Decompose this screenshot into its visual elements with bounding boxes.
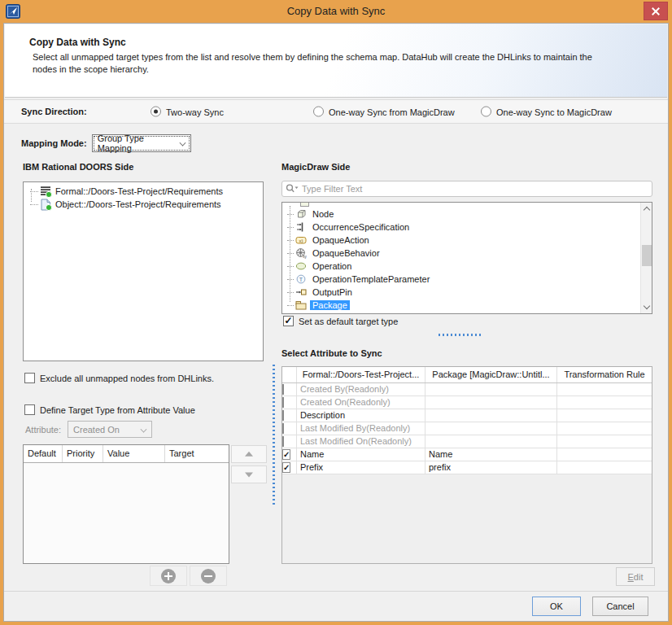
svg-text:T: T bbox=[299, 277, 303, 282]
dialog-description: Select all unmapped target types from th… bbox=[33, 51, 592, 76]
checkbox-label: Set as default target type bbox=[299, 317, 398, 326]
tree-item-node[interactable]: Node bbox=[286, 208, 639, 221]
checkbox-label: Exclude all unmapped nodes from DHLinks. bbox=[40, 374, 214, 383]
column-header[interactable]: Package [MagicDraw::Untitl... bbox=[425, 367, 557, 382]
scroll-up-icon[interactable] bbox=[644, 206, 650, 212]
dialog-heading: Copy Data with Sync bbox=[29, 37, 126, 48]
tree-connector bbox=[287, 305, 294, 306]
radio-icon bbox=[313, 107, 324, 117]
value-table[interactable]: Default Priority Value Target bbox=[23, 444, 229, 564]
attribute-label: Attribute: bbox=[25, 425, 61, 435]
attribute-value: Created On bbox=[73, 425, 120, 435]
transformation-rule bbox=[557, 409, 652, 422]
transformation-rule bbox=[557, 435, 652, 448]
attribute-source: Last Modified By(Readonly) bbox=[297, 422, 425, 435]
radio-two-way-sync[interactable]: Two-way Sync bbox=[151, 107, 224, 117]
row-checkbox[interactable] bbox=[282, 410, 284, 421]
close-icon[interactable] bbox=[644, 2, 668, 20]
tree-item-opaque-action[interactable]: x) OpaqueAction bbox=[286, 234, 639, 247]
column-header[interactable]: Priority bbox=[63, 445, 103, 462]
titlebar[interactable]: Copy Data with Sync bbox=[0, 0, 672, 23]
radio-one-way-to-magicdraw[interactable]: One-way Sync to MagicDraw bbox=[481, 107, 612, 117]
tree-item-object[interactable]: Object::/Doors-Test-Project/Requirements bbox=[27, 198, 263, 211]
row-checkbox[interactable] bbox=[282, 436, 284, 447]
attribute-sync-table[interactable]: Formal::/Doors-Test-Project... Package [… bbox=[281, 366, 652, 564]
value-table-header: Default Priority Value Target bbox=[24, 445, 229, 463]
scroll-down-icon[interactable] bbox=[644, 304, 650, 310]
vertical-splitter-handle[interactable] bbox=[273, 365, 275, 505]
filter-input[interactable]: Type Filter Text bbox=[281, 181, 652, 197]
scrollbar-thumb[interactable] bbox=[642, 245, 652, 266]
horizontal-splitter-handle[interactable] bbox=[439, 334, 481, 336]
mapping-mode-select[interactable]: Group Type Mapping bbox=[92, 134, 191, 152]
tree-item-formal-module[interactable]: Formal::/Doors-Test-Project/Requirements bbox=[27, 185, 263, 198]
opaque-behavior-icon: xy bbox=[295, 247, 307, 259]
tree-item-label: OpaqueBehavior bbox=[310, 248, 382, 258]
define-target-type-checkbox[interactable]: Define Target Type from Attribute Value bbox=[24, 404, 195, 415]
radio-one-way-from-magicdraw[interactable]: One-way Sync from MagicDraw bbox=[313, 107, 455, 117]
scrollbar[interactable] bbox=[640, 203, 652, 313]
doors-tree[interactable]: Formal::/Doors-Test-Project/Requirements… bbox=[23, 181, 264, 361]
attribute-source: Name bbox=[297, 448, 425, 461]
tree-item-operation-template-parameter[interactable]: T OperationTemplateParameter bbox=[286, 273, 639, 286]
radio-selected-icon bbox=[151, 107, 161, 117]
mapping-mode-label: Mapping Mode: bbox=[21, 138, 87, 148]
move-up-button[interactable] bbox=[231, 445, 267, 463]
row-checkbox[interactable] bbox=[282, 423, 284, 434]
table-row[interactable]: Last Modified By(Readonly) bbox=[282, 422, 652, 435]
transformation-rule bbox=[557, 396, 652, 409]
tree-connector bbox=[287, 292, 294, 293]
tree-item-output-pin[interactable]: OutputPin bbox=[286, 286, 639, 299]
doors-side-title: IBM Rational DOORS Side bbox=[23, 162, 133, 172]
dialog-body: Copy Data with Sync Select all unmapped … bbox=[3, 23, 669, 622]
magicdraw-side-title: MagicDraw Side bbox=[281, 162, 350, 172]
object-icon bbox=[40, 199, 53, 211]
column-header[interactable]: Target bbox=[165, 445, 229, 462]
table-row[interactable]: Last Modified On(Readonly) bbox=[282, 435, 652, 448]
column-header[interactable]: Default bbox=[24, 445, 63, 462]
table-row[interactable]: Description bbox=[282, 409, 652, 422]
edit-button[interactable]: Edit bbox=[616, 567, 655, 586]
row-checkbox-checked[interactable]: ✓ bbox=[282, 462, 290, 473]
svg-text:xy: xy bbox=[303, 255, 307, 259]
tree-item-label: Formal::/Doors-Test-Project/Requirements bbox=[55, 186, 223, 196]
table-empty-area bbox=[282, 474, 652, 563]
up-arrow-icon bbox=[245, 452, 253, 457]
occurrence-specification-icon bbox=[295, 221, 307, 233]
cancel-button[interactable]: Cancel bbox=[592, 597, 648, 616]
tree-item-occurrence-specification[interactable]: OccurrenceSpecification bbox=[286, 221, 639, 234]
radio-icon bbox=[481, 107, 491, 117]
move-down-button[interactable] bbox=[231, 465, 267, 483]
tree-item-label: Node bbox=[310, 209, 336, 219]
attribute-source: Prefix bbox=[297, 461, 425, 474]
table-row[interactable]: ✓ Prefix prefix bbox=[282, 461, 652, 474]
row-checkbox[interactable] bbox=[282, 397, 284, 408]
chevron-down-icon bbox=[141, 426, 147, 433]
tree-item-package[interactable]: Package bbox=[286, 299, 639, 312]
tree-item-operation[interactable]: Operation bbox=[286, 260, 639, 273]
add-button[interactable] bbox=[150, 566, 187, 586]
table-row[interactable]: Created On(Readonly) bbox=[282, 396, 652, 409]
tree-item-opaque-behavior[interactable]: xy OpaqueBehavior bbox=[286, 247, 639, 260]
exclude-unmapped-checkbox[interactable]: Exclude all unmapped nodes from DHLinks. bbox=[24, 373, 214, 383]
attribute-select[interactable]: Created On bbox=[68, 421, 152, 438]
ok-button[interactable]: OK bbox=[532, 597, 581, 616]
table-row[interactable]: ✓ Name Name bbox=[282, 448, 652, 461]
remove-button[interactable] bbox=[190, 566, 227, 586]
attribute-target bbox=[425, 396, 557, 409]
table-row[interactable]: Created By(Readonly) bbox=[282, 383, 652, 396]
column-header[interactable]: Value bbox=[103, 445, 165, 462]
magicdraw-tree[interactable]: . Node OccurrenceSpecification x) Opaque… bbox=[281, 202, 652, 314]
column-header[interactable]: Transformation Rule bbox=[557, 367, 652, 382]
column-header[interactable]: Formal::/Doors-Test-Project... bbox=[297, 367, 425, 382]
set-default-target-checkbox[interactable]: ✓ Set as default target type bbox=[283, 316, 398, 326]
attribute-source: Description bbox=[297, 409, 425, 422]
operation-icon bbox=[295, 260, 307, 272]
column-header-checkbox[interactable] bbox=[282, 367, 297, 382]
mapping-mode-row: Mapping Mode: Group Type Mapping bbox=[21, 134, 191, 152]
edit-rest: dit bbox=[634, 572, 644, 582]
svg-text:x): x) bbox=[299, 238, 303, 243]
row-checkbox[interactable] bbox=[282, 384, 284, 395]
minus-icon bbox=[201, 569, 216, 583]
row-checkbox-checked[interactable]: ✓ bbox=[282, 449, 290, 460]
